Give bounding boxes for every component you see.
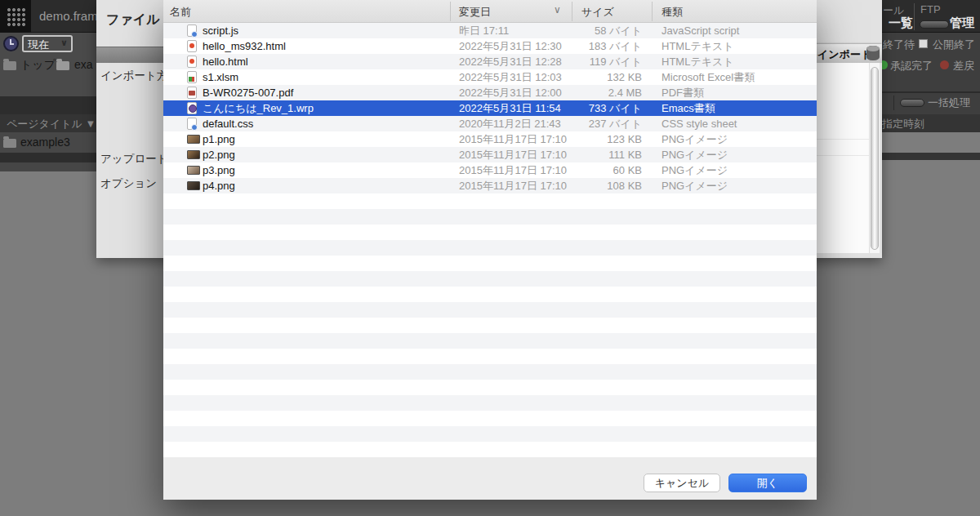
file-name: p3.png: [203, 162, 235, 178]
file-row[interactable]: p4.png2015年11月17日 17:10108 KBPNGイメージ: [163, 178, 817, 194]
right-panel-gap: [882, 132, 980, 153]
file-row[interactable]: p1.png2015年11月17日 17:10123 KBPNGイメージ: [163, 131, 817, 147]
file-kind: HTMLテキスト: [662, 38, 734, 54]
ftp-toggle-pill[interactable]: [920, 20, 949, 29]
batch-label: 一括処理: [928, 96, 970, 110]
file-row[interactable]: p3.png2015年11月17日 17:1060 KBPNGイメージ: [163, 162, 817, 178]
pdf-file-icon: [187, 87, 197, 99]
file-name: B-WR0275-007.pdf: [203, 85, 293, 100]
open-button[interactable]: 開く: [728, 474, 807, 492]
ftp-label: FTP: [920, 3, 941, 16]
import-button-label: インポート: [817, 47, 871, 62]
file-size: 237 バイト: [572, 116, 642, 131]
rejected-status-dot: [940, 60, 949, 69]
column-header-name[interactable]: 名前: [170, 5, 191, 20]
scrollbar-thumb[interactable]: [871, 67, 879, 250]
png4-file-icon: [187, 181, 200, 190]
file-row[interactable]: default.css2020年11月2日 21:43237 バイトCSS st…: [163, 116, 817, 131]
breadcrumb-current[interactable]: exa: [74, 58, 93, 71]
publish-end-checkbox[interactable]: [919, 39, 928, 48]
file-size: 58 バイト: [572, 23, 642, 38]
topbar-divider: [914, 3, 915, 30]
approved-label: 承認完了: [890, 59, 933, 73]
file-name: こんにちは_Rev_1.wrp: [203, 100, 314, 116]
css-file-icon: [187, 118, 197, 130]
cancel-button[interactable]: キャンセル: [644, 474, 720, 492]
file-kind: PNGイメージ: [662, 178, 728, 194]
batch-toggle-pill[interactable]: [900, 99, 924, 107]
file-size: 108 KB: [572, 178, 642, 194]
file-kind: Emacs書類: [662, 100, 715, 116]
png3-file-icon: [187, 166, 200, 175]
publish-end-label: 公開終了: [933, 38, 975, 52]
file-size: 123 KB: [572, 131, 642, 147]
png2-file-icon: [187, 150, 200, 159]
time-select-dropdown[interactable]: 現在 ∨: [22, 35, 73, 52]
file-kind: PDF書類: [662, 85, 704, 100]
file-kind: Microsoft Excel書類: [662, 69, 755, 85]
file-name: default.css: [203, 116, 253, 131]
file-date: 2022年5月31日 12:03: [459, 69, 562, 85]
chevron-down-icon: ∨: [60, 38, 68, 48]
file-open-dialog: 名前 変更日 ∨ サイズ 種類 script.js昨日 17:1158 バイトJ…: [163, 0, 817, 500]
import-button[interactable]: インポート: [807, 44, 882, 63]
file-size: 111 KB: [572, 147, 642, 162]
file-size: 183 バイト: [572, 38, 642, 54]
png1-file-icon: [187, 135, 200, 144]
page: demo.frame ール 一覧 FTP 管理 現在 ∨ トップ exa ページ…: [0, 0, 980, 516]
file-row[interactable]: p2.png2015年11月17日 17:10111 KBPNGイメージ: [163, 147, 817, 162]
file-row[interactable]: s1.xlsm2022年5月31日 12:03132 KBMicrosoft E…: [163, 69, 817, 85]
column-header-kind[interactable]: 種類: [662, 5, 683, 20]
folder-icon: [3, 61, 16, 70]
dot-grid-logo-icon: [7, 7, 25, 26]
js-file-icon: [187, 24, 197, 37]
list-nav-button[interactable]: 一覧: [889, 16, 913, 31]
file-date: 2015年11月17日 17:10: [459, 147, 567, 162]
html-file-icon: [187, 56, 197, 68]
file-kind: CSS style sheet: [662, 116, 737, 131]
file-size: 132 KB: [572, 69, 642, 85]
column-divider: [450, 2, 451, 21]
page-item-label: example3: [20, 136, 70, 149]
file-row[interactable]: hello_ms932.html2022年5月31日 12:30183 バイトH…: [163, 38, 817, 54]
options-label: オプション: [100, 176, 157, 191]
file-row[interactable]: こんにちは_Rev_1.wrp2022年5月31日 11:54733 バイトEm…: [163, 100, 817, 116]
file-row[interactable]: script.js昨日 17:1158 バイトJavaScript script: [163, 23, 817, 38]
upload-label: アップロード: [100, 152, 168, 167]
breadcrumb-root[interactable]: トップ: [20, 58, 56, 73]
file-date: 昨日 17:11: [459, 23, 509, 38]
file-kind: PNGイメージ: [662, 131, 728, 147]
file-size: 2.4 MB: [572, 85, 642, 100]
app-title: demo.frame: [39, 0, 105, 33]
file-name: p2.png: [203, 147, 235, 162]
file-name: s1.xlsm: [203, 69, 238, 85]
file-date: 2015年11月17日 17:10: [459, 162, 567, 178]
page-title-header-label: ページタイトル ▼: [7, 117, 96, 131]
file-size: 60 KB: [572, 162, 642, 178]
app-logo[interactable]: [0, 0, 31, 33]
file-date: 2022年5月31日 11:54: [459, 100, 561, 116]
column-header-size[interactable]: サイズ: [581, 5, 614, 20]
file-name: hello.html: [203, 54, 248, 69]
file-name: p4.png: [203, 178, 235, 194]
file-date: 2022年5月31日 12:30: [459, 38, 562, 54]
ending-wait-label: 終了待: [883, 38, 915, 52]
manage-nav-button[interactable]: 管理: [950, 16, 974, 31]
rejected-label: 差戻: [953, 59, 974, 73]
file-list-header: 名前 変更日 ∨ サイズ 種類: [163, 0, 817, 23]
right-panel-band: [882, 153, 980, 160]
file-date: 2015年11月17日 17:10: [459, 131, 567, 147]
file-kind: PNGイメージ: [662, 147, 728, 162]
file-row[interactable]: hello.html2022年5月31日 12:28119 バイトHTMLテキス…: [163, 54, 817, 69]
file-name: script.js: [203, 23, 238, 38]
import-method-label: インポート方: [100, 69, 167, 83]
right-panel-divider: [882, 91, 980, 93]
column-header-date[interactable]: 変更日: [459, 5, 491, 20]
modal-scrollbar[interactable]: [869, 63, 880, 253]
column-divider: [572, 2, 572, 21]
file-list: script.js昨日 17:1158 バイトJavaScript script…: [163, 23, 817, 457]
file-date: 2015年11月17日 17:10: [459, 178, 567, 194]
scheduled-time-label: 指定時刻: [882, 117, 924, 131]
file-row[interactable]: B-WR0275-007.pdf2022年5月31日 12:002.4 MBPD…: [163, 85, 817, 100]
sort-chevron-down-icon: ∨: [554, 4, 561, 16]
